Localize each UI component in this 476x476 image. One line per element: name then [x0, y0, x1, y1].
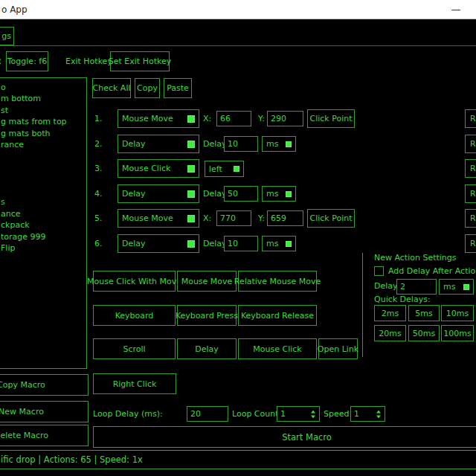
- action-type-dropdown[interactable]: Mouse Move: [118, 209, 199, 228]
- action-type-dropdown[interactable]: Mouse Move: [118, 109, 199, 128]
- palette-button-open-link[interactable]: Open Link: [318, 338, 358, 359]
- remove-action-button[interactable]: R: [465, 184, 476, 203]
- palette-button-mouse-click-with-move[interactable]: Mouse Click With Move: [93, 271, 176, 292]
- delay-unit-dropdown[interactable]: ms: [262, 236, 296, 251]
- check-all-button[interactable]: Check All: [92, 78, 131, 98]
- y-input[interactable]: 659: [267, 210, 303, 226]
- delay-unit-dropdown[interactable]: ms: [439, 279, 474, 295]
- minimize-icon[interactable]: —: [443, 0, 469, 19]
- macro-list-item[interactable]: ckpack: [1, 219, 86, 231]
- copy-macro-button[interactable]: Copy Macro: [0, 374, 89, 396]
- quick-delay-button-2ms[interactable]: 2ms: [374, 305, 406, 321]
- delay-input[interactable]: 2: [396, 279, 437, 295]
- add-delay-checkbox[interactable]: [374, 266, 384, 276]
- stepper-arrows-icon[interactable]: [376, 410, 381, 418]
- x-input[interactable]: 770: [216, 210, 251, 226]
- tab-partial[interactable]: gs: [0, 27, 14, 45]
- loop-count-stepper[interactable]: 1: [277, 406, 320, 422]
- macro-list-item[interactable]: [1, 185, 86, 196]
- toggle-hotkey-button[interactable]: Toggle: f6: [6, 51, 48, 71]
- set-exit-hotkey-button[interactable]: Set Exit Hotkey: [110, 51, 170, 71]
- macro-list-item[interactable]: g mats both: [1, 128, 86, 139]
- macro-list-items: om bottomstg mats from topg mats bothran…: [0, 78, 86, 254]
- loop-count-value: 1: [280, 409, 286, 419]
- dropdown-indicator-icon: [463, 284, 469, 290]
- click-point-button[interactable]: Click Point: [307, 209, 355, 228]
- quick-delay-button-100ms[interactable]: 100ms: [441, 325, 474, 341]
- remove-action-button[interactable]: R: [465, 234, 476, 253]
- delay-unit-dropdown[interactable]: ms: [262, 136, 296, 152]
- action-row-number: 5.: [94, 214, 103, 223]
- palette-button-keyboard-release[interactable]: Keyboard Release: [238, 305, 317, 326]
- palette-button-keyboard-press[interactable]: Keyboard Press: [177, 305, 237, 326]
- palette-button-scroll[interactable]: Scroll: [93, 338, 176, 359]
- delay-label: Delay: [203, 190, 227, 199]
- x-input[interactable]: 66: [216, 111, 251, 126]
- macro-list-item[interactable]: st: [1, 105, 86, 116]
- mouse-button-dropdown[interactable]: left: [205, 161, 244, 177]
- delete-macro-button[interactable]: Delete Macro: [0, 425, 89, 446]
- speed-stepper[interactable]: 1: [350, 406, 385, 422]
- macro-list-item[interactable]: g mats from top: [1, 116, 86, 127]
- macro-list-item[interactable]: m bottom: [1, 93, 86, 104]
- macro-list-item[interactable]: s: [1, 196, 86, 208]
- macro-list-item[interactable]: torage 999: [1, 231, 86, 242]
- click-point-button[interactable]: Click Point: [307, 109, 355, 128]
- new-action-settings-divider: [362, 253, 363, 357]
- macro-list-item[interactable]: [1, 162, 86, 173]
- macro-list-item[interactable]: [1, 174, 86, 185]
- delay-value-input[interactable]: 50: [224, 186, 258, 202]
- loop-delay-input[interactable]: 20: [187, 406, 228, 422]
- action-row-number: 3.: [94, 164, 103, 173]
- app-window: o App — gs : Toggle: f6 Exit Hotkey: Set…: [0, 0, 476, 476]
- stepper-arrows-icon[interactable]: [311, 410, 315, 418]
- palette-button-delay[interactable]: Delay: [177, 338, 237, 359]
- loop-delay-label: Loop Delay (ms):: [93, 410, 163, 419]
- speed-value: 1: [354, 409, 359, 419]
- remove-action-button[interactable]: R: [465, 109, 476, 128]
- delay-unit-dropdown[interactable]: ms: [262, 186, 296, 202]
- quick-delay-button-5ms[interactable]: 5ms: [408, 305, 440, 321]
- hotkey-label-fragment: :: [0, 57, 1, 65]
- remove-action-button[interactable]: R: [465, 159, 476, 178]
- remove-action-button[interactable]: R: [465, 135, 476, 153]
- dropdown-indicator-icon: [187, 141, 195, 148]
- delay-value-input[interactable]: 10: [224, 236, 258, 251]
- palette-button-mouse-click[interactable]: Mouse Click: [238, 338, 317, 359]
- delay-value-input[interactable]: 10: [224, 136, 258, 152]
- action-type-dropdown[interactable]: Mouse Click: [118, 159, 199, 178]
- window-title: o App: [1, 4, 28, 15]
- macro-list[interactable]: om bottomstg mats from topg mats bothran…: [0, 77, 87, 369]
- quick-delay-button-20ms[interactable]: 20ms: [374, 325, 406, 341]
- action-type-dropdown[interactable]: Delay: [118, 135, 199, 153]
- dropdown-indicator-icon: [187, 165, 195, 173]
- action-type-dropdown[interactable]: Delay: [118, 184, 199, 203]
- y-input[interactable]: 290: [267, 111, 303, 126]
- copy-button[interactable]: Copy: [135, 78, 160, 98]
- quick-delay-button-50ms[interactable]: 50ms: [408, 325, 440, 341]
- palette-button-keyboard[interactable]: Keyboard: [93, 305, 176, 326]
- dropdown-indicator-icon: [187, 240, 195, 248]
- start-macro-button[interactable]: Start Macro: [93, 426, 476, 448]
- macro-list-item[interactable]: Flip: [1, 242, 86, 254]
- macro-list-item[interactable]: [1, 151, 86, 162]
- palette-button-relative-mouse-move[interactable]: Relative Mouse Move: [238, 271, 317, 292]
- dropdown-indicator-icon: [187, 215, 195, 222]
- macro-list-item[interactable]: o: [1, 82, 86, 93]
- tab-strip-divider: [0, 45, 476, 46]
- palette-button-mouse-move[interactable]: Mouse Move: [177, 271, 237, 292]
- right-click-button[interactable]: Right Click: [93, 373, 176, 394]
- dropdown-indicator-icon: [234, 166, 239, 172]
- dropdown-indicator-icon: [286, 191, 292, 197]
- macro-list-item[interactable]: rance: [1, 139, 86, 150]
- y-label: Y:: [258, 214, 265, 223]
- delay-unit-value: ms: [443, 282, 455, 292]
- paste-button[interactable]: Paste: [164, 78, 192, 98]
- action-type-dropdown[interactable]: Delay: [118, 234, 199, 253]
- new-macro-button[interactable]: New Macro: [0, 401, 89, 422]
- dropdown-indicator-icon: [286, 241, 292, 247]
- macro-list-item[interactable]: ance: [1, 208, 86, 219]
- quick-delay-button-10ms[interactable]: 10ms: [441, 305, 474, 321]
- speed-label: Speed:: [324, 410, 352, 419]
- remove-action-button[interactable]: R: [465, 209, 476, 228]
